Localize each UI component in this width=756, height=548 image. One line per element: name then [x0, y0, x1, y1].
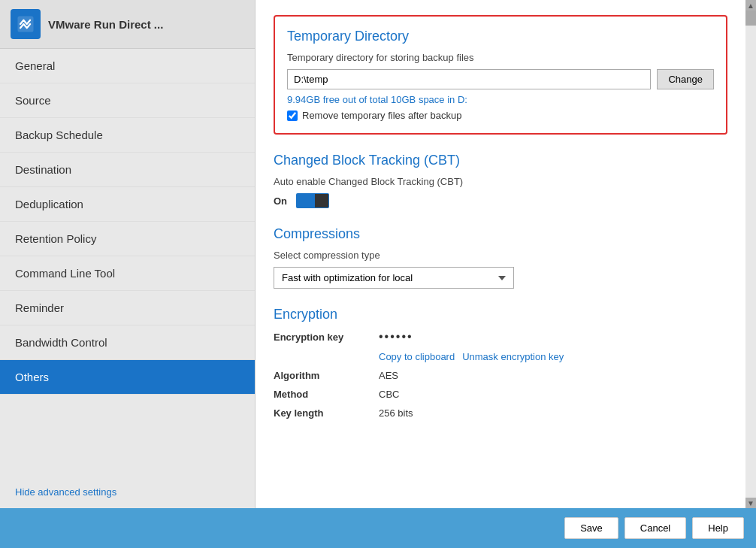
change-button[interactable]: Change [657, 69, 714, 89]
sidebar-item-destination[interactable]: Destination [0, 153, 255, 187]
sidebar-item-general[interactable]: General [0, 49, 255, 83]
cbt-section: Changed Block Tracking (CBT) Auto enable… [274, 153, 727, 208]
cbt-title: Changed Block Tracking (CBT) [274, 153, 727, 168]
temp-dir-description: Temporary directory for storing backup f… [287, 52, 714, 63]
bottom-bar: Save Cancel Help [0, 508, 756, 548]
compression-select[interactable]: Fast with optimization for local No comp… [274, 267, 514, 289]
copy-to-clipboard-link[interactable]: Copy to clipboard [379, 351, 455, 362]
scroll-track[interactable] [745, 11, 756, 498]
sidebar-item-bandwidth-control[interactable]: Bandwidth Control [0, 325, 255, 360]
remove-temp-checkbox[interactable] [287, 111, 298, 121]
app-title: VMware Run Direct ... [48, 18, 163, 31]
cbt-toggle[interactable] [296, 193, 329, 208]
key-length-value: 256 bits [379, 407, 727, 419]
help-button[interactable]: Help [692, 517, 744, 539]
scroll-down-arrow[interactable]: ▼ [745, 498, 756, 508]
sidebar-item-reminder[interactable]: Reminder [0, 291, 255, 325]
compressions-section: Compressions Select compression type Fas… [274, 226, 727, 289]
cbt-toggle-row: On [274, 193, 727, 208]
cbt-toggle-thumb [315, 194, 328, 207]
algorithm-label: Algorithm [274, 370, 379, 381]
enc-key-value-area: •••••• [379, 330, 727, 344]
scroll-up-arrow[interactable]: ▲ [745, 0, 756, 11]
sidebar-item-command-line-tool[interactable]: Command Line Tool [0, 256, 255, 291]
cbt-description: Auto enable Changed Block Tracking (CBT) [274, 176, 727, 187]
sidebar: VMware Run Direct ... General Source Bac… [0, 0, 256, 508]
sidebar-item-backup-schedule[interactable]: Backup Schedule [0, 118, 255, 153]
compressions-title: Compressions [274, 226, 727, 242]
sidebar-item-deduplication[interactable]: Deduplication [0, 187, 255, 222]
algorithm-value: AES [379, 370, 727, 381]
free-space-text: 9.94GB free out of total 10GB space in D… [287, 94, 714, 105]
compression-select-label: Select compression type [274, 250, 727, 261]
sidebar-footer: Hide advanced settings [0, 480, 255, 508]
save-button[interactable]: Save [564, 517, 618, 539]
hide-advanced-link[interactable]: Hide advanced settings [15, 486, 116, 498]
method-label: Method [274, 389, 379, 400]
sidebar-item-others[interactable]: Others [0, 360, 255, 395]
right-scrollbar: ▲ ▼ [745, 0, 756, 508]
unmask-key-link[interactable]: Unmask encryption key [462, 351, 564, 362]
encryption-section: Encryption Encryption key •••••• Copy to… [274, 307, 727, 419]
app-logo [11, 9, 41, 39]
remove-temp-files-row: Remove temporary files after backup [287, 110, 714, 121]
enc-key-label: Encryption key [274, 332, 379, 343]
temp-dir-section: Temporary Directory Temporary directory … [274, 15, 727, 135]
cbt-toggle-label: On [274, 195, 287, 207]
content-area: Temporary Directory Temporary directory … [256, 0, 745, 508]
remove-temp-label: Remove temporary files after backup [302, 110, 461, 121]
key-length-label: Key length [274, 407, 379, 419]
enc-key-dots: •••••• [379, 330, 413, 343]
scroll-thumb[interactable] [745, 11, 756, 26]
sidebar-item-source[interactable]: Source [0, 83, 255, 118]
sidebar-item-retention-policy[interactable]: Retention Policy [0, 222, 255, 256]
encryption-title: Encryption [274, 307, 727, 322]
cancel-button[interactable]: Cancel [624, 517, 686, 539]
sidebar-nav: General Source Backup Schedule Destinati… [0, 49, 255, 480]
temp-dir-title: Temporary Directory [287, 29, 714, 44]
method-value: CBC [379, 389, 727, 400]
sidebar-header: VMware Run Direct ... [0, 0, 255, 49]
encryption-grid: Encryption key •••••• Copy to clipboard … [274, 330, 727, 419]
temp-dir-input[interactable] [287, 69, 651, 89]
temp-dir-input-row: Change [287, 69, 714, 89]
enc-links: Copy to clipboard Unmask encryption key [379, 351, 727, 362]
